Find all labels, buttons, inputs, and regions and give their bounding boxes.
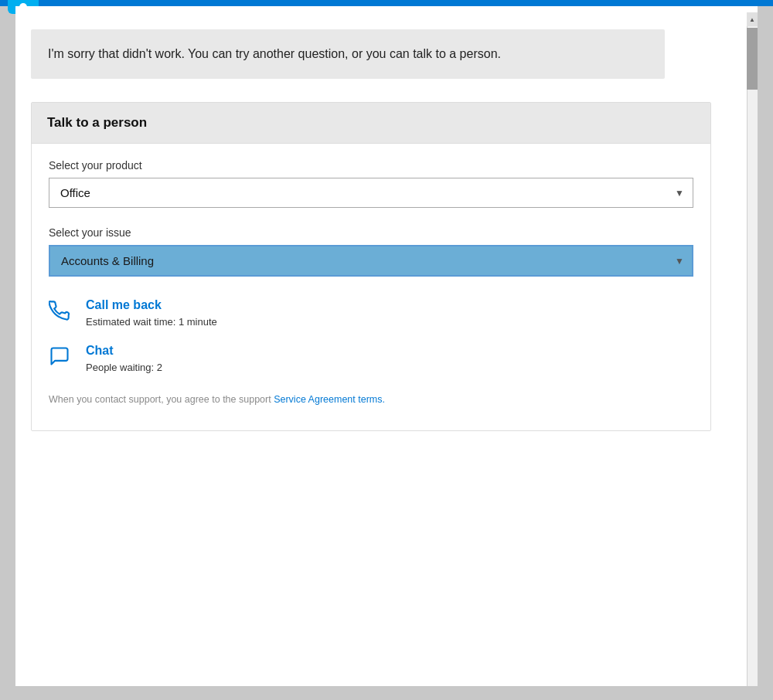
product-label: Select your product [49,159,693,172]
issue-select[interactable]: Accounts & Billing Technical Support Oth… [49,245,693,277]
contact-options: Call me back Estimated wait time: 1 minu… [49,298,693,374]
chat-subtitle: People waiting: 2 [86,362,162,373]
talk-panel-header: Talk to a person [32,103,710,144]
scrollbar-arrow-up[interactable]: ▲ [747,12,758,26]
product-select[interactable]: Office Windows Xbox Other [49,178,693,208]
agreement-link[interactable]: Service Agreement terms. [274,394,385,405]
chat-details: Chat People waiting: 2 [86,344,162,374]
call-me-back-details: Call me back Estimated wait time: 1 minu… [86,298,217,328]
issue-select-wrapper: Accounts & Billing Technical Support Oth… [49,245,693,277]
chat-icon [49,345,77,373]
chat-title[interactable]: Chat [86,344,162,358]
phone-icon [49,300,77,328]
scroll-area[interactable]: I'm sorry that didn't work. You can try … [15,6,758,700]
issue-label: Select your issue [49,226,693,239]
scrollbar[interactable]: ▲ ▼ [747,12,758,700]
talk-panel-title: Talk to a person [47,115,695,131]
main-container: I'm sorry that didn't work. You can try … [15,6,758,700]
call-me-back-subtitle: Estimated wait time: 1 minute [86,316,217,328]
talk-panel-body: Select your product Office Windows Xbox … [32,144,710,430]
call-me-back-option[interactable]: Call me back Estimated wait time: 1 minu… [49,298,693,328]
product-select-wrapper: Office Windows Xbox Other ▼ [49,178,693,208]
chat-option[interactable]: Chat People waiting: 2 [49,344,693,374]
agreement-text-before: When you contact support, you agree to t… [49,394,274,405]
talk-panel: Talk to a person Select your product Off… [31,102,711,431]
bottom-bar [0,686,773,700]
agreement-text: When you contact support, you agree to t… [49,392,693,407]
call-me-back-title[interactable]: Call me back [86,298,217,312]
scrollbar-thumb[interactable] [747,28,758,90]
sorry-message-box: I'm sorry that didn't work. You can try … [31,29,665,79]
top-bar [0,0,773,6]
sorry-message-text: I'm sorry that didn't work. You can try … [48,45,648,63]
